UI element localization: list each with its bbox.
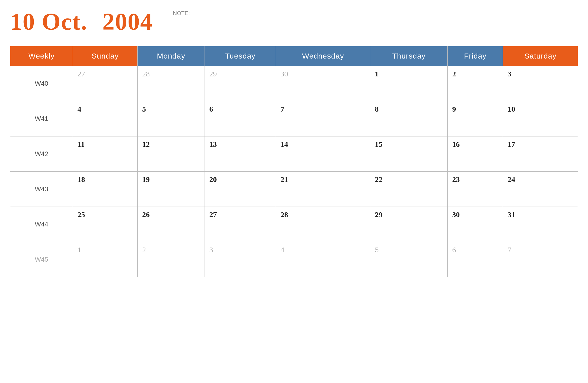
day-number: 31 bbox=[507, 210, 515, 219]
day-cell: 27 bbox=[73, 66, 138, 101]
calendar-table: Weekly Sunday Monday Tuesday Wednesday T… bbox=[10, 46, 578, 277]
col-header-sunday: Sunday bbox=[73, 46, 138, 66]
day-cell: 28 bbox=[137, 66, 205, 101]
note-line-1 bbox=[173, 21, 578, 21]
day-cell: 25 bbox=[73, 207, 138, 242]
day-cell: 27 bbox=[205, 207, 276, 242]
day-number: 27 bbox=[209, 210, 217, 219]
day-cell: 15 bbox=[370, 136, 447, 172]
note-line-2 bbox=[173, 27, 578, 27]
note-line-3 bbox=[173, 33, 578, 33]
day-cell: 5 bbox=[137, 101, 205, 136]
day-number: 3 bbox=[209, 246, 213, 254]
day-number: 10 bbox=[507, 105, 515, 113]
day-number: 3 bbox=[507, 70, 511, 78]
day-number: 7 bbox=[507, 246, 511, 254]
day-number: 24 bbox=[507, 175, 515, 183]
day-number: 14 bbox=[281, 140, 288, 148]
calendar-row: W4211121314151617 bbox=[10, 136, 578, 172]
week-label: W45 bbox=[10, 242, 73, 277]
day-cell: 28 bbox=[276, 207, 370, 242]
week-label: W42 bbox=[10, 136, 73, 172]
day-number: 12 bbox=[142, 140, 150, 148]
day-cell: 1 bbox=[370, 66, 447, 101]
col-header-monday: Monday bbox=[137, 46, 205, 66]
day-number: 20 bbox=[209, 175, 217, 183]
day-cell: 30 bbox=[448, 207, 503, 242]
day-number: 21 bbox=[281, 175, 288, 183]
col-header-friday: Friday bbox=[448, 46, 503, 66]
day-cell: 30 bbox=[276, 66, 370, 101]
day-number: 22 bbox=[375, 175, 382, 183]
day-number: 30 bbox=[281, 70, 288, 78]
day-cell: 7 bbox=[503, 242, 578, 277]
calendar-row: W4027282930123 bbox=[10, 66, 578, 101]
calendar-header-row: Weekly Sunday Monday Tuesday Wednesday T… bbox=[10, 46, 578, 66]
day-cell: 21 bbox=[276, 172, 370, 207]
col-header-weekly: Weekly bbox=[10, 46, 73, 66]
calendar-row: W4425262728293031 bbox=[10, 207, 578, 242]
day-number: 26 bbox=[142, 210, 150, 219]
day-number: 16 bbox=[452, 140, 460, 148]
day-cell: 29 bbox=[370, 207, 447, 242]
day-cell: 16 bbox=[448, 136, 503, 172]
day-cell: 19 bbox=[137, 172, 205, 207]
day-number: 1 bbox=[77, 246, 81, 254]
day-number: 27 bbox=[77, 70, 85, 78]
day-cell: 29 bbox=[205, 66, 276, 101]
day-cell: 8 bbox=[370, 101, 447, 136]
day-number: 19 bbox=[142, 175, 150, 183]
day-cell: 26 bbox=[137, 207, 205, 242]
day-cell: 20 bbox=[205, 172, 276, 207]
year-label: 2004 bbox=[102, 8, 153, 35]
day-number: 23 bbox=[452, 175, 460, 183]
day-cell: 6 bbox=[448, 242, 503, 277]
day-cell: 9 bbox=[448, 101, 503, 136]
day-cell: 13 bbox=[205, 136, 276, 172]
day-number: 6 bbox=[209, 105, 213, 113]
day-number: 28 bbox=[281, 210, 288, 219]
day-number: 17 bbox=[507, 140, 515, 148]
day-number: 13 bbox=[209, 140, 217, 148]
day-number: 29 bbox=[375, 210, 382, 219]
day-number: 25 bbox=[77, 210, 85, 219]
day-number: 15 bbox=[375, 140, 382, 148]
week-label: W43 bbox=[10, 172, 73, 207]
calendar-row: W451234567 bbox=[10, 242, 578, 277]
day-number: 5 bbox=[375, 246, 379, 254]
day-number: 9 bbox=[452, 105, 456, 113]
day-number: 8 bbox=[375, 105, 379, 113]
day-cell: 2 bbox=[448, 66, 503, 101]
day-number: 4 bbox=[281, 246, 284, 254]
day-cell: 12 bbox=[137, 136, 205, 172]
day-number: 7 bbox=[281, 105, 284, 113]
col-header-tuesday: Tuesday bbox=[205, 46, 276, 66]
day-number: 5 bbox=[142, 105, 146, 113]
day-number: 2 bbox=[142, 246, 146, 254]
day-cell: 7 bbox=[276, 101, 370, 136]
day-cell: 4 bbox=[276, 242, 370, 277]
day-cell: 10 bbox=[503, 101, 578, 136]
page-header: 10 Oct. 2004 NOTE: bbox=[10, 8, 578, 38]
col-header-saturday: Saturday bbox=[503, 46, 578, 66]
calendar-row: W4145678910 bbox=[10, 101, 578, 136]
day-cell: 23 bbox=[448, 172, 503, 207]
day-cell: 18 bbox=[73, 172, 138, 207]
col-header-wednesday: Wednesday bbox=[276, 46, 370, 66]
day-number: 28 bbox=[142, 70, 150, 78]
day-cell: 5 bbox=[370, 242, 447, 277]
day-cell: 4 bbox=[73, 101, 138, 136]
day-cell: 22 bbox=[370, 172, 447, 207]
day-number: 2 bbox=[452, 70, 456, 78]
day-cell: 24 bbox=[503, 172, 578, 207]
day-number: 4 bbox=[77, 105, 81, 113]
day-number: 30 bbox=[452, 210, 460, 219]
day-cell: 31 bbox=[503, 207, 578, 242]
day-cell: 17 bbox=[503, 136, 578, 172]
day-number: 6 bbox=[452, 246, 456, 254]
calendar-row: W4318192021222324 bbox=[10, 172, 578, 207]
day-number: 18 bbox=[77, 175, 85, 183]
day-cell: 1 bbox=[73, 242, 138, 277]
header-date: 10 Oct. 2004 bbox=[10, 8, 153, 35]
col-header-thursday: Thursday bbox=[370, 46, 447, 66]
